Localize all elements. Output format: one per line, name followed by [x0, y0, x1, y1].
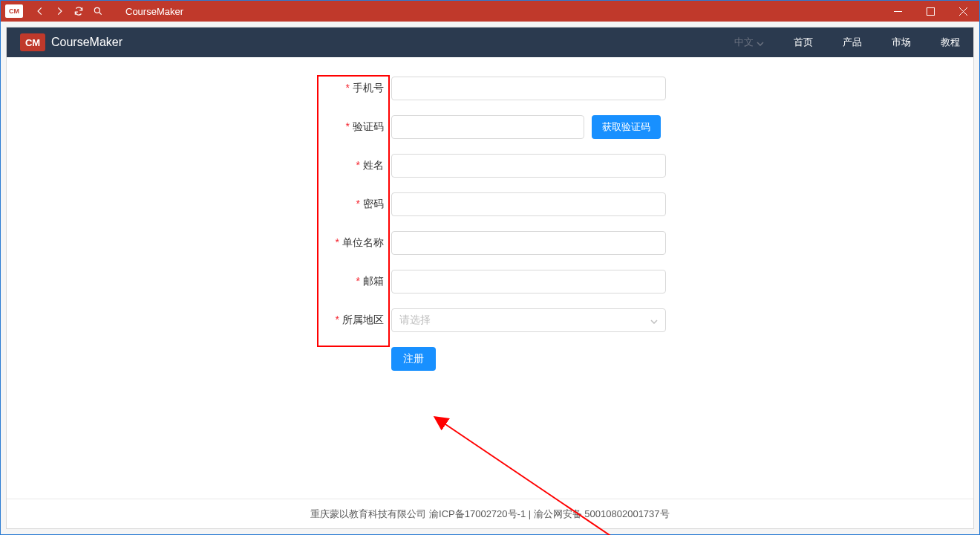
window-controls	[881, 1, 979, 22]
row-phone: *手机号	[317, 77, 666, 100]
chevron-down-icon	[757, 37, 764, 48]
input-password[interactable]	[391, 192, 666, 216]
select-region[interactable]: 请选择	[391, 308, 666, 332]
header-nav: 中文 首页 产品 市场 教程	[734, 36, 960, 49]
label-password: *密码	[317, 198, 391, 211]
row-org: *单位名称	[317, 231, 666, 255]
forward-button[interactable]	[51, 3, 68, 19]
row-code: *验证码 获取验证码	[317, 115, 666, 139]
app-icon: CM	[5, 4, 23, 18]
input-name[interactable]	[391, 154, 666, 178]
brand-name: CourseMaker	[51, 36, 122, 49]
refresh-button[interactable]	[71, 3, 87, 19]
page: CM CourseMaker 中文 首页 产品 市场 教程	[6, 27, 974, 529]
app-window: CM CourseMaker CM	[0, 0, 980, 535]
titlebar: CM CourseMaker	[1, 1, 979, 22]
chevron-down-icon	[650, 314, 658, 326]
input-phone[interactable]	[391, 77, 666, 100]
row-submit: 注册	[317, 347, 666, 371]
row-name: *姓名	[317, 154, 666, 178]
logo-badge: CM	[20, 33, 45, 51]
submit-button[interactable]: 注册	[391, 347, 436, 371]
label-name: *姓名	[317, 159, 391, 172]
svg-rect-1	[927, 7, 934, 15]
footer-text: 重庆蒙以教育科技有限公司 渝ICP备17002720号-1 | 渝公网安备 50…	[310, 508, 669, 521]
svg-point-0	[94, 7, 99, 13]
language-selector[interactable]: 中文	[734, 36, 764, 49]
content-area: CM CourseMaker 中文 首页 产品 市场 教程	[1, 22, 979, 534]
label-region: *所属地区	[317, 314, 391, 327]
form-area: *手机号 *验证码 获取验证码 *姓名 *密码	[7, 57, 973, 499]
label-code: *验证码	[317, 120, 391, 134]
row-email: *邮箱	[317, 270, 666, 294]
label-phone: *手机号	[317, 82, 391, 95]
nav-tutorial[interactable]: 教程	[941, 36, 960, 49]
label-email: *邮箱	[317, 275, 391, 288]
close-button[interactable]	[947, 1, 979, 22]
input-email[interactable]	[391, 270, 666, 294]
nav-product[interactable]: 产品	[843, 36, 862, 49]
minimize-button[interactable]	[881, 1, 914, 22]
back-button[interactable]	[32, 3, 48, 19]
row-password: *密码	[317, 192, 666, 216]
footer: 重庆蒙以教育科技有限公司 渝ICP备17002720号-1 | 渝公网安备 50…	[7, 499, 973, 528]
input-code[interactable]	[391, 115, 584, 139]
select-placeholder: 请选择	[399, 314, 431, 327]
register-form: *手机号 *验证码 获取验证码 *姓名 *密码	[317, 77, 666, 371]
search-button[interactable]	[90, 3, 106, 19]
label-org: *单位名称	[317, 236, 391, 250]
get-code-button[interactable]: 获取验证码	[592, 115, 661, 139]
maximize-button[interactable]	[914, 1, 947, 22]
language-label: 中文	[734, 36, 754, 49]
page-header: CM CourseMaker 中文 首页 产品 市场 教程	[7, 27, 973, 57]
window-title: CourseMaker	[125, 6, 183, 17]
nav-market[interactable]: 市场	[892, 36, 911, 49]
input-org[interactable]	[391, 231, 666, 255]
nav-home[interactable]: 首页	[794, 36, 813, 49]
row-region: *所属地区 请选择	[317, 308, 666, 332]
